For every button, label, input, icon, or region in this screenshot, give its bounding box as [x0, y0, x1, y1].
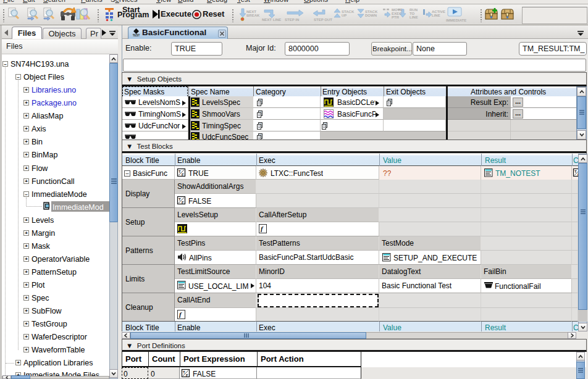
svg-text:TEST: TEST	[133, 34, 140, 37]
